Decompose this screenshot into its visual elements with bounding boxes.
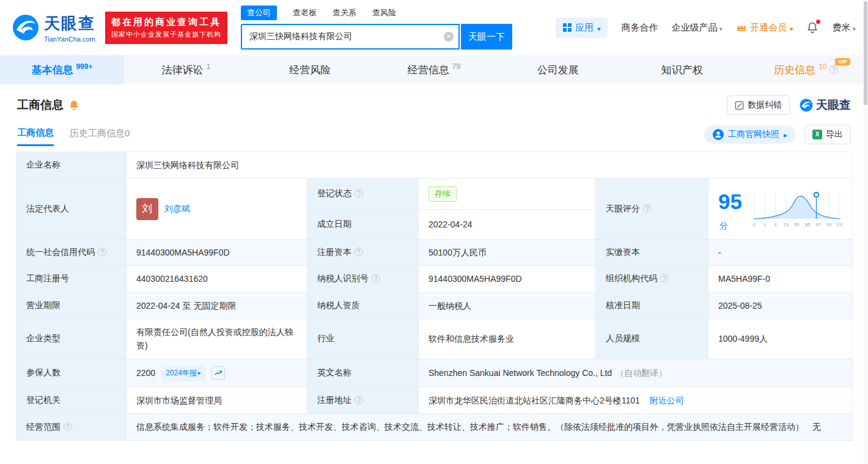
official-snapshot-button[interactable]: 工商官网快照 xyxy=(704,125,796,144)
help-icon[interactable] xyxy=(98,248,106,256)
score-distribution-chart: 0 1 3 15 50 85 97 99 100 xyxy=(751,189,842,229)
company-type-value: 有限责任公司(自然人投资或控股的法人独资) xyxy=(127,319,307,359)
tab-intellectual-property[interactable]: 知识产权 xyxy=(620,55,744,84)
help-icon[interactable] xyxy=(829,65,838,74)
open-vip-label: 开通会员 xyxy=(750,22,787,34)
taxpayer-quality-label: 纳税人资质 xyxy=(307,292,419,319)
legal-rep-avatar[interactable]: 刘 xyxy=(136,198,158,220)
svg-text:100: 100 xyxy=(836,221,843,227)
search-button[interactable]: 天眼一下 xyxy=(461,24,512,50)
tab-history-info[interactable]: VIP 历史信息 10 xyxy=(744,55,868,84)
search-input[interactable] xyxy=(241,24,460,50)
help-icon[interactable] xyxy=(355,248,363,256)
legal-rep-cell: 刘 刘彦斌 xyxy=(127,179,307,239)
help-icon[interactable] xyxy=(355,189,363,197)
score-value: 95分 xyxy=(718,185,751,232)
score-label-cell: 天眼评分 xyxy=(596,179,708,239)
search-clear-icon[interactable] xyxy=(444,32,454,42)
score-label: 天眼评分 xyxy=(606,204,640,213)
open-vip-link[interactable]: 开通会员 xyxy=(736,22,793,34)
business-cooperation-link[interactable]: 商务合作 xyxy=(621,22,658,34)
logo-swirl-icon xyxy=(12,14,39,41)
trend-chart-icon[interactable] xyxy=(211,366,225,380)
brand-slogan: 都在用的商业查询工具 国家中小企业发展子基金旗下机构 xyxy=(105,12,227,44)
data-correction-button[interactable]: 数据纠错 xyxy=(727,95,790,115)
business-scope-label-cell: 经营范围 xyxy=(17,414,127,440)
org-code-label: 组织机构代码 xyxy=(606,273,657,283)
tab-company-development[interactable]: 公司发展 xyxy=(496,55,620,84)
industry-value: 软件和信息技术服务业 xyxy=(419,319,596,359)
search-tab-risk[interactable]: 查风险 xyxy=(372,6,396,20)
tab-badge: 10 xyxy=(818,62,826,71)
svg-text:3: 3 xyxy=(774,221,776,227)
subtab-business-info[interactable]: 工商信息 xyxy=(17,127,54,146)
section-header: 工商信息 数据纠错 天眼查 xyxy=(17,95,851,115)
nearby-companies-link[interactable]: 附近公司 xyxy=(650,396,684,405)
tab-label: 历史信息 xyxy=(774,63,815,77)
svg-text:1: 1 xyxy=(763,221,766,227)
subtab-history-business-info[interactable]: 历史工商信息0 xyxy=(70,128,130,145)
subscribe-bell-icon[interactable] xyxy=(68,100,79,111)
tab-badge: 999+ xyxy=(76,62,92,71)
tab-basic-info[interactable]: 基本信息 999+ xyxy=(0,55,124,84)
export-button[interactable]: 导出 xyxy=(804,125,851,144)
chevron-down-icon xyxy=(852,23,856,33)
business-scope-value: 信息系统集成服务；软件开发；技术服务、技术开发、技术咨询、技术交流、技术转让、技… xyxy=(136,422,804,432)
notifications-button[interactable] xyxy=(806,21,818,34)
credit-code-value: 91440300MA5HA99F0D xyxy=(127,239,307,265)
tab-badge: 79 xyxy=(452,62,460,71)
company-name-label: 企业名称 xyxy=(17,152,127,179)
table-row: 统一社会信用代码 91440300MA5HA99F0D 注册资本 50100万人… xyxy=(17,239,853,265)
help-icon[interactable] xyxy=(64,422,72,431)
tab-legal-proceedings[interactable]: 法律诉讼 1 xyxy=(124,55,248,84)
tianyancha-logo[interactable]: 天眼查 TianYanCha.com xyxy=(12,13,95,43)
tab-label: 经营信息 xyxy=(408,63,449,77)
table-row: 企业名称 深圳三快网络科技有限公司 xyxy=(17,152,853,179)
section-header-right: 数据纠错 天眼查 xyxy=(727,95,851,115)
business-scope-cell: 信息系统集成服务；软件开发；技术服务、技术开发、技术咨询、技术交流、技术转让、技… xyxy=(127,414,853,440)
company-nav-tabs: 基本信息 999+ 法律诉讼 1 经营风险 经营信息 79 公司发展 知识产权 … xyxy=(0,55,868,84)
enterprise-products-label: 企业级产品 xyxy=(671,22,717,34)
watermark-logo: 天眼查 xyxy=(800,97,851,113)
search-tab-company[interactable]: 查公司 xyxy=(241,6,277,20)
score-number: 95 xyxy=(718,190,742,213)
search-tab-relation[interactable]: 查关系 xyxy=(333,6,356,20)
search-row: 天眼一下 xyxy=(241,24,512,50)
reg-address-label-cell: 注册地址 xyxy=(307,387,419,413)
help-icon[interactable] xyxy=(643,204,652,213)
business-term-value: 2022-04-24 至 无固定期限 xyxy=(127,292,307,319)
reg-capital-value: 50100万人民币 xyxy=(419,239,596,265)
search-tab-boss[interactable]: 查老板 xyxy=(293,6,317,20)
english-name-value: Shenzhen Sankuai Network Technology Co.,… xyxy=(428,368,612,378)
search-box xyxy=(241,24,460,50)
business-term-label: 营业期限 xyxy=(17,292,127,319)
slogan-line2: 国家中小企业发展子基金旗下机构 xyxy=(111,30,221,39)
excel-icon xyxy=(812,130,822,139)
paid-capital-value: - xyxy=(708,239,853,265)
apps-label: 应用 xyxy=(575,22,594,34)
logo-domain: TianYanCha.com xyxy=(44,35,95,43)
svg-text:15: 15 xyxy=(784,221,789,227)
scrollbar-thumb[interactable] xyxy=(864,1,867,105)
help-icon[interactable] xyxy=(660,274,669,282)
tab-label: 公司发展 xyxy=(537,63,579,77)
user-menu[interactable]: 费米 xyxy=(832,22,856,34)
reg-capital-label-cell: 注册资本 xyxy=(307,239,419,265)
insured-count-label: 参保人数 xyxy=(17,359,127,387)
apps-menu-button[interactable]: 应用 xyxy=(556,18,608,38)
reg-capital-label: 注册资本 xyxy=(317,247,351,257)
annual-report-badge[interactable]: 2024年报 xyxy=(161,366,205,381)
help-icon[interactable] xyxy=(372,274,380,282)
english-name-label: 英文名称 xyxy=(307,359,419,387)
help-icon[interactable] xyxy=(355,396,363,404)
data-correction-label: 数据纠错 xyxy=(748,100,782,111)
credit-code-label: 统一社会信用代码 xyxy=(26,247,95,257)
legal-rep-label: 法定代表人 xyxy=(17,179,127,239)
enterprise-products-link[interactable]: 企业级产品 xyxy=(671,22,723,34)
table-row: 企业类型 有限责任公司(自然人投资或控股的法人独资) 行业 软件和信息技术服务业… xyxy=(17,319,853,359)
legal-rep-name-link[interactable]: 刘彦斌 xyxy=(164,202,190,215)
subtabs-actions: 工商官网快照 导出 xyxy=(704,125,851,148)
username: 费米 xyxy=(832,22,850,34)
tab-operating-risk[interactable]: 经营风险 xyxy=(248,55,372,84)
tab-operating-info[interactable]: 经营信息 79 xyxy=(372,55,496,84)
